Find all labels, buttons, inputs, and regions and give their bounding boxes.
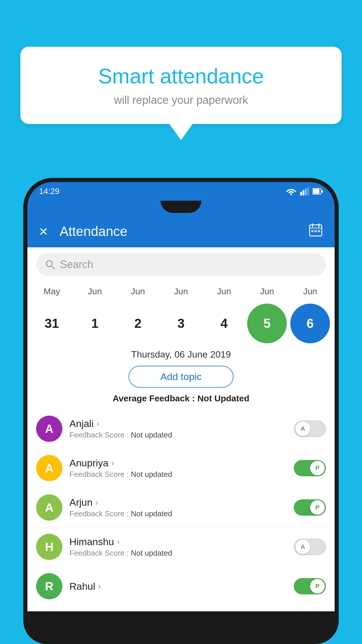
cal-day-3[interactable]: 3 [161,304,201,343]
calendar-month-row: May Jun Jun Jun Jun Jun Jun [27,282,335,298]
cal-day-5[interactable]: 5 [247,304,287,343]
svg-rect-7 [313,189,319,194]
avg-feedback-label: Average Feedback : [113,393,197,403]
student-list: A Anjali › Feedback Score : Not updated [27,409,335,611]
app-bar-title: Attendance [59,223,308,239]
student-name: Himanshu › [69,536,287,547]
phone-frame: 14:29 [23,178,339,644]
phone-inner: 14:29 [27,182,335,640]
screen-content: Search May Jun Jun Jun Jun Jun Jun 31 1 [27,247,335,611]
svg-rect-12 [311,230,314,232]
svg-rect-9 [310,227,322,229]
toggle-knob: A [296,421,310,436]
student-info: Himanshu › Feedback Score : Not updated [69,536,287,558]
chevron-right-icon: › [95,498,98,507]
cal-day-31[interactable]: 31 [32,304,72,343]
list-item[interactable]: H Himanshu › Feedback Score : Not update… [27,527,335,567]
speech-bubble-container: Smart attendance will replace your paper… [20,47,342,140]
speech-bubble-tail [169,124,193,140]
attendance-toggle[interactable]: P [294,578,326,594]
cal-day-2[interactable]: 2 [118,304,158,343]
student-name: Arjun › [69,497,287,508]
avatar: A [36,416,62,442]
status-icons [286,187,323,195]
status-bar: 14:29 [27,182,335,201]
list-item[interactable]: A Arjun › Feedback Score : Not updated [27,488,335,527]
bubble-title: Smart attendance [44,64,318,88]
svg-rect-13 [314,230,317,232]
search-icon [45,259,55,270]
chevron-right-icon: › [111,459,114,468]
wifi-icon [286,187,297,195]
calendar-days-row: 31 1 2 3 4 5 6 [27,298,335,343]
avg-feedback: Average Feedback : Not Updated [27,391,335,409]
svg-rect-2 [303,190,304,195]
bubble-subtitle: will replace your paperwork [44,94,318,106]
student-name: Rahul › [69,581,287,592]
svg-point-0 [290,193,292,195]
cal-month-3: Jun [161,286,201,296]
attendance-toggle[interactable]: P [294,460,326,476]
notch-area [27,201,335,215]
student-info: Arjun › Feedback Score : Not updated [69,497,287,518]
search-input-wrapper[interactable]: Search [36,253,326,276]
cal-day-1[interactable]: 1 [75,304,115,343]
svg-rect-6 [321,190,323,192]
avatar: A [36,494,62,521]
cal-month-2: Jun [118,286,158,296]
svg-rect-4 [307,187,309,195]
svg-rect-1 [300,192,302,195]
student-score: Feedback Score : Not updated [69,470,287,479]
toggle-knob: P [310,461,325,475]
avatar: A [36,455,62,481]
student-info: Rahul › [69,581,287,592]
cal-month-4: Jun [204,286,244,296]
avatar: H [36,534,62,560]
student-score: Feedback Score : Not updated [69,430,287,440]
selected-date-label: Thursday, 06 June 2019 [27,343,335,363]
attendance-toggle[interactable]: P [294,499,326,516]
list-item[interactable]: A Anjali › Feedback Score : Not updated [27,409,335,449]
student-name: Anupriya › [69,457,287,469]
avg-feedback-value: Not Updated [197,393,249,403]
attendance-toggle[interactable]: A [294,421,326,437]
student-score: Feedback Score : Not updated [69,549,287,558]
cal-month-1: Jun [75,286,115,296]
add-topic-button[interactable]: Add topic [129,366,233,388]
student-info: Anjali › Feedback Score : Not updated [69,418,287,440]
chevron-right-icon: › [117,537,120,547]
cal-day-4[interactable]: 4 [204,304,244,343]
toggle-knob: P [310,500,325,515]
app-bar: × Attendance [27,215,335,247]
cal-month-5: Jun [247,286,287,296]
status-time: 14:29 [39,187,59,196]
chevron-right-icon: › [98,582,101,591]
svg-rect-14 [318,230,320,232]
list-item[interactable]: A Anupriya › Feedback Score : Not update… [27,449,335,488]
avatar: R [36,573,62,599]
svg-rect-3 [305,188,307,195]
calendar-icon[interactable] [308,223,323,240]
attendance-toggle[interactable]: A [294,539,326,555]
toggle-knob: P [310,579,325,594]
search-bar: Search [27,247,335,282]
student-name: Anjali › [69,418,287,429]
chevron-right-icon: › [96,419,99,428]
search-placeholder: Search [60,258,93,271]
battery-icon [312,188,323,195]
signal-icon [300,187,309,195]
student-score: Feedback Score : Not updated [69,509,287,518]
notch [161,201,201,213]
cal-month-0: May [32,286,72,296]
toggle-knob: A [296,540,310,554]
svg-line-16 [51,266,55,269]
list-item[interactable]: R Rahul › P [27,567,335,611]
cal-day-6[interactable]: 6 [290,304,330,343]
speech-bubble: Smart attendance will replace your paper… [20,47,342,124]
student-info: Anupriya › Feedback Score : Not updated [69,457,287,479]
cal-month-6: Jun [290,286,330,296]
close-button[interactable]: × [39,223,48,240]
